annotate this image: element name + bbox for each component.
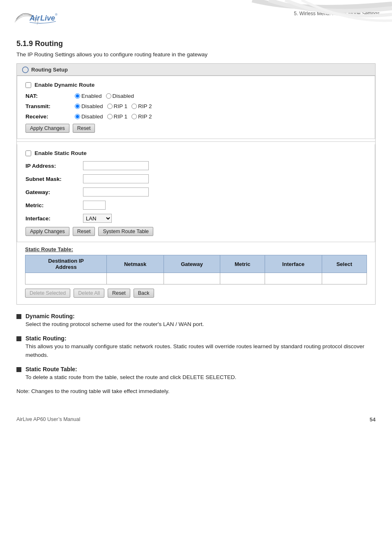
- gateway-input[interactable]: [83, 187, 149, 197]
- routing-setup-label: Routing Setup: [31, 67, 68, 73]
- static-route-table-section: Static Route Table: Destination IPAddres…: [17, 242, 375, 304]
- bullet-text-static-table: To delete a static route from the table,…: [25, 373, 236, 382]
- enable-dynamic-route-label: Enable Dynamic Route: [35, 82, 95, 88]
- transmit-label: Transmit:: [25, 103, 75, 109]
- interface-select[interactable]: LAN WAN: [83, 214, 112, 223]
- main-content: 5.1.9 Routing The IP Routing Settings al…: [0, 31, 392, 407]
- table-empty-row: [25, 273, 367, 284]
- routing-setup-panel: ◯ Routing Setup Enable Dynamic Route NAT…: [16, 63, 376, 305]
- routing-setup-header: ◯ Routing Setup: [17, 64, 375, 76]
- gateway-label: Gateway:: [25, 189, 83, 195]
- static-apply-changes-button[interactable]: Apply Changes: [25, 227, 69, 236]
- nat-enabled-radio[interactable]: [75, 93, 80, 99]
- logo: Air Live ®: [12, 7, 66, 31]
- routing-setup-icon: ◯: [22, 66, 29, 73]
- bullet-icon-static-table: [16, 367, 21, 372]
- bullet-title-static: Static Routing:: [25, 335, 376, 342]
- interface-row: Interface: LAN WAN: [25, 214, 368, 223]
- bullet-item-static-table: Static Route Table: To delete a static r…: [16, 366, 376, 382]
- back-button[interactable]: Back: [134, 289, 154, 298]
- table-header-row: Destination IPAddress Netmask Gateway Me…: [25, 255, 367, 273]
- col-netmask: Netmask: [107, 255, 164, 273]
- ip-address-label: IP Address:: [25, 163, 83, 169]
- col-interface: Interface: [265, 255, 322, 273]
- enable-dynamic-route-checkbox[interactable]: [25, 82, 31, 88]
- transmit-rip1-label[interactable]: RIP 1: [107, 103, 128, 109]
- receive-rip1-radio[interactable]: [107, 114, 113, 119]
- section-divider: [17, 141, 375, 142]
- transmit-rip2-label[interactable]: RIP 2: [131, 103, 152, 109]
- ip-address-input[interactable]: [83, 161, 149, 170]
- svg-text:Air: Air: [29, 14, 40, 22]
- col-gateway: Gateway: [164, 255, 220, 273]
- footer-manual-label: AirLive AP60 User’s Manual: [16, 416, 80, 423]
- delete-selected-button[interactable]: Delete Selected: [25, 289, 70, 298]
- nat-label: NAT:: [25, 93, 75, 99]
- transmit-disabled-label[interactable]: Disabled: [75, 103, 103, 109]
- enable-dynamic-route-row: Enable Dynamic Route: [25, 82, 368, 88]
- ip-address-row: IP Address:: [25, 161, 368, 170]
- metric-label: Metric:: [25, 202, 83, 208]
- receive-rip1-label[interactable]: RIP 1: [107, 113, 128, 120]
- dynamic-route-section: Enable Dynamic Route NAT: Enabled Disabl…: [17, 76, 375, 139]
- page-header: Air Live ® 5. Wirless Menu: Router Mode …: [0, 0, 392, 31]
- bullet-item-dynamic: Dynamic Routing: Select the routing prot…: [16, 313, 376, 328]
- bullet-title-static-table: Static Route Table:: [25, 366, 236, 372]
- col-metric: Metric: [220, 255, 265, 273]
- bullet-item-static: Static Routing: This allows you to manua…: [16, 335, 376, 359]
- nat-row: NAT: Enabled Disabled: [25, 93, 368, 99]
- table-action-buttons: Delete Selected Delete All Reset Back: [25, 289, 367, 298]
- subnet-mask-input[interactable]: [83, 174, 149, 183]
- col-select: Select: [322, 255, 367, 273]
- bullet-text-dynamic: Select the routing protocol scheme used …: [25, 320, 204, 328]
- bullet-icon-static: [16, 336, 21, 341]
- bullet-text-static: This allows you to manually configure st…: [25, 342, 376, 359]
- subnet-mask-row: Subnet Mask:: [25, 174, 368, 183]
- bullet-icon-dynamic: [16, 314, 21, 319]
- receive-label: Receive:: [25, 113, 75, 120]
- transmit-row: Transmit: Disabled RIP 1 RIP 2: [25, 103, 368, 109]
- receive-row: Receive: Disabled RIP 1 RIP 2: [25, 113, 368, 120]
- receive-radio-group: Disabled RIP 1 RIP 2: [75, 113, 152, 120]
- svg-text:Live: Live: [40, 14, 55, 22]
- enable-static-route-label: Enable Static Route: [35, 150, 87, 156]
- transmit-rip1-radio[interactable]: [107, 104, 113, 109]
- decorative-curves: [219, 0, 392, 33]
- bullet-title-dynamic: Dynamic Routing:: [25, 313, 204, 319]
- section-title: 5.1.9 Routing: [16, 39, 376, 48]
- gateway-row: Gateway:: [25, 187, 368, 197]
- route-table: Destination IPAddress Netmask Gateway Me…: [25, 255, 367, 284]
- nat-enabled-label[interactable]: Enabled: [75, 93, 102, 99]
- system-route-table-button[interactable]: System Route Table: [98, 227, 153, 236]
- nat-radio-group: Enabled Disabled: [75, 93, 134, 99]
- transmit-rip2-radio[interactable]: [131, 104, 137, 109]
- nat-disabled-label[interactable]: Disabled: [106, 93, 134, 99]
- bullet-section: Dynamic Routing: Select the routing prot…: [16, 313, 376, 382]
- subnet-mask-label: Subnet Mask:: [25, 176, 83, 182]
- transmit-disabled-radio[interactable]: [75, 104, 80, 109]
- receive-disabled-label[interactable]: Disabled: [75, 113, 103, 120]
- delete-all-button[interactable]: Delete All: [74, 289, 104, 298]
- static-route-section: Enable Static Route IP Address: Subnet M…: [17, 144, 375, 242]
- static-route-buttons: Apply Changes Reset System Route Table: [25, 227, 368, 236]
- receive-rip2-label[interactable]: RIP 2: [131, 113, 152, 120]
- note-text: Note: Changes to the routing table will …: [16, 388, 376, 394]
- receive-disabled-radio[interactable]: [75, 114, 80, 119]
- static-reset-button[interactable]: Reset: [73, 227, 95, 236]
- dynamic-reset-button[interactable]: Reset: [73, 124, 95, 133]
- receive-rip2-radio[interactable]: [131, 114, 137, 119]
- page-footer: AirLive AP60 User’s Manual 54: [0, 411, 392, 427]
- nat-disabled-radio[interactable]: [106, 93, 111, 99]
- enable-static-route-row: Enable Static Route: [25, 150, 368, 156]
- dynamic-route-buttons: Apply Changes Reset: [25, 124, 368, 133]
- table-reset-button[interactable]: Reset: [108, 289, 130, 298]
- dynamic-apply-changes-button[interactable]: Apply Changes: [25, 124, 69, 133]
- section-description: The IP Routing Settings allows you to co…: [16, 51, 376, 58]
- transmit-radio-group: Disabled RIP 1 RIP 2: [75, 103, 152, 109]
- col-destination-ip: Destination IPAddress: [25, 255, 107, 273]
- interface-label: Interface:: [25, 215, 83, 222]
- static-route-table-label: Static Route Table:: [25, 246, 367, 252]
- metric-input[interactable]: [83, 201, 106, 210]
- enable-static-route-checkbox[interactable]: [25, 150, 31, 156]
- airlive-logo-svg: Air Live ®: [12, 7, 62, 30]
